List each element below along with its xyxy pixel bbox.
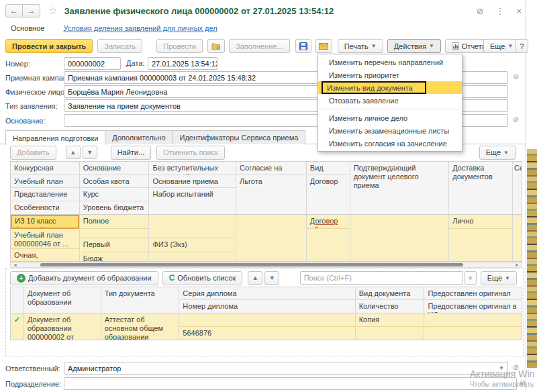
cell-course[interactable]: Первый bbox=[80, 238, 149, 252]
column-header[interactable]: Подтверждающий документ целевого приема bbox=[350, 162, 449, 214]
menu-item-change-directions[interactable]: Изменить перечень направлений bbox=[318, 56, 462, 68]
column-header[interactable]: Учебный план bbox=[11, 175, 79, 189]
cell-quantity[interactable] bbox=[356, 327, 424, 340]
send-email-button[interactable] bbox=[315, 39, 332, 53]
find-button[interactable]: Найти... bbox=[111, 146, 152, 160]
cell-contract-kind[interactable]: Договор об ... bbox=[307, 215, 350, 229]
column-header[interactable]: Номер диплома bbox=[179, 300, 354, 313]
column-header[interactable]: Предоставлен оригинал из ЕПГУ bbox=[424, 287, 522, 300]
cell-competitive-group[interactable]: ИЗ 10 класс физика(... bbox=[11, 215, 79, 229]
directions-add-button[interactable]: Добавить bbox=[10, 146, 56, 160]
get-link-icon[interactable]: ⊘ bbox=[477, 6, 484, 16]
menu-item-change-document-kind[interactable]: Изменить вид документа bbox=[318, 81, 462, 94]
save-button[interactable]: Записать bbox=[97, 39, 142, 53]
column-header[interactable]: Договор bbox=[307, 175, 350, 214]
column-header[interactable]: Без вступительных испытаний bbox=[149, 162, 236, 175]
edu-move-down-button[interactable]: ▼ bbox=[264, 271, 279, 285]
contract-link[interactable]: Договор об ... bbox=[310, 217, 338, 229]
education-table-row[interactable]: ✓ Документ об образовании 000000002 от 2… bbox=[10, 313, 522, 340]
responsible-field[interactable]: Администратор ▼ bbox=[64, 362, 508, 375]
column-header[interactable]: Особая квота bbox=[80, 175, 149, 189]
add-education-document-button[interactable]: + Добавить документ об образовании bbox=[10, 271, 158, 285]
cell-diploma-series[interactable] bbox=[179, 313, 354, 327]
post-and-close-button[interactable]: Провести и закрыть bbox=[5, 39, 93, 53]
cell-delivery[interactable]: Лично bbox=[449, 215, 512, 229]
column-header[interactable]: Серия диплома bbox=[179, 287, 354, 300]
help-button[interactable]: ? bbox=[516, 39, 528, 53]
basis-open-icon[interactable]: ⊘ bbox=[513, 115, 519, 124]
column-header[interactable]: Конкурсная группа bbox=[11, 162, 79, 175]
cell-admission-basis[interactable]: Полное возмещение ... bbox=[80, 215, 149, 229]
column-header[interactable]: Предоставлен оригинал в ИС вуза bbox=[424, 300, 522, 313]
column-header[interactable]: Вид договора bbox=[307, 162, 350, 175]
cancel-search-button[interactable]: Отменить поиск bbox=[156, 146, 225, 160]
back-button[interactable]: ← bbox=[5, 4, 23, 17]
clear-search-button[interactable]: × bbox=[465, 271, 477, 285]
responsible-open-icon[interactable]: ⊘ bbox=[513, 363, 519, 372]
cell-document-kind[interactable]: Копия bbox=[356, 313, 424, 327]
number-field[interactable]: 000000002 bbox=[64, 57, 121, 70]
window-menu-icon[interactable]: ⋮ bbox=[495, 6, 504, 16]
edu-move-up-button[interactable]: ▲ bbox=[248, 271, 262, 285]
cell-special-quota[interactable] bbox=[80, 229, 149, 239]
column-header[interactable]: Документ об образовании bbox=[24, 287, 101, 313]
close-icon[interactable]: × bbox=[516, 6, 522, 16]
directions-horizontal-scrollbar[interactable]: ◄ ► bbox=[10, 262, 522, 268]
cell-bvi[interactable] bbox=[149, 215, 236, 238]
row-check-cell[interactable]: ✓ bbox=[11, 313, 23, 340]
move-down-button[interactable]: ▼ bbox=[83, 146, 97, 159]
menu-item-withdraw-application[interactable]: Отозвать заявление bbox=[318, 94, 462, 107]
menu-item-change-personal-file[interactable]: Изменить личное дело bbox=[318, 111, 462, 124]
directions-table-row[interactable]: ИЗ 10 класс физика(... Учебный план 0000… bbox=[10, 215, 522, 262]
column-header[interactable]: Основание поступле... bbox=[80, 162, 149, 175]
favorite-star-icon[interactable]: ☆ bbox=[48, 5, 57, 17]
cell-cut[interactable] bbox=[513, 215, 522, 261]
cell-document-type[interactable]: Аттестат об основном общем образовании bbox=[101, 313, 179, 340]
cell-empty[interactable] bbox=[149, 252, 236, 261]
column-header[interactable]: Се bbox=[513, 162, 522, 214]
actions-button[interactable]: Действия▼ bbox=[387, 39, 441, 53]
campaign-open-icon[interactable]: ⊘ bbox=[513, 72, 519, 81]
cell-education-document[interactable]: Документ об образовании 000000002 от 27.… bbox=[24, 313, 101, 340]
cell-budget-level[interactable]: Бюдж bbox=[80, 252, 149, 261]
column-header[interactable]: Количество bbox=[356, 300, 424, 313]
cell-original-university[interactable] bbox=[424, 327, 522, 340]
column-header[interactable]: Основание приема БВИ bbox=[149, 175, 236, 189]
fill-button[interactable]: Заполнение... bbox=[229, 39, 290, 53]
tab-directions[interactable]: Направления подготовки bbox=[5, 130, 105, 145]
menu-item-change-exam-sheets[interactable]: Изменить экзаменационные листы bbox=[318, 124, 462, 137]
directions-more-button[interactable]: Еще▼ bbox=[479, 146, 516, 160]
column-header[interactable]: Доставка документов bbox=[449, 162, 512, 214]
nav-main-tab[interactable]: Основное bbox=[11, 24, 44, 32]
cell-exam-set[interactable]: ФИЗ (Экз) bbox=[149, 238, 236, 252]
date-field[interactable]: 27.01.2025 13:54:12 bbox=[148, 57, 217, 70]
nav-link-division-terms[interactable]: Условия деления заявлений для личных дел bbox=[63, 24, 217, 32]
column-header[interactable]: Особенности приема bbox=[11, 201, 79, 214]
menu-item-change-enrollment-consents[interactable]: Изменить согласия на зачисление bbox=[318, 137, 462, 150]
column-header[interactable]: Согласие на зачисление bbox=[236, 162, 306, 175]
cell-diploma-number[interactable]: 5646876 bbox=[179, 327, 354, 340]
column-header[interactable]: Набор испытаний bbox=[149, 188, 236, 214]
column-header[interactable]: Представление bbox=[11, 188, 79, 201]
save-file-button[interactable] bbox=[295, 39, 311, 53]
scroll-right-icon[interactable]: ► bbox=[514, 262, 521, 267]
column-header-status[interactable] bbox=[11, 287, 23, 313]
cell-original-epgu[interactable] bbox=[424, 313, 522, 327]
menu-item-change-priority[interactable]: Изменить приоритет bbox=[318, 68, 462, 81]
column-header[interactable]: Уровень бюджета bbox=[80, 201, 149, 214]
department-open-icon[interactable]: ⊘ bbox=[520, 379, 526, 387]
cell-empty[interactable] bbox=[449, 229, 512, 261]
education-more-button[interactable]: Еще▼ bbox=[481, 271, 517, 285]
tab-additional[interactable]: Дополнительно bbox=[105, 130, 173, 144]
post-button[interactable]: Провести bbox=[156, 39, 203, 53]
form-more-button[interactable]: Еще▼ bbox=[483, 39, 520, 53]
search-input[interactable] bbox=[300, 271, 463, 285]
cell-study-plan[interactable]: Учебный план 000000046 от ... bbox=[11, 229, 79, 250]
move-up-button[interactable]: ▲ bbox=[66, 146, 81, 159]
column-header[interactable]: Вид документа bbox=[356, 287, 424, 300]
print-button[interactable]: Печать▼ bbox=[338, 39, 383, 53]
cell-target-doc[interactable] bbox=[350, 215, 449, 261]
column-header[interactable]: Курс bbox=[80, 188, 149, 201]
fill-settings-button[interactable] bbox=[207, 39, 225, 53]
column-header[interactable]: Льгота bbox=[236, 175, 306, 214]
